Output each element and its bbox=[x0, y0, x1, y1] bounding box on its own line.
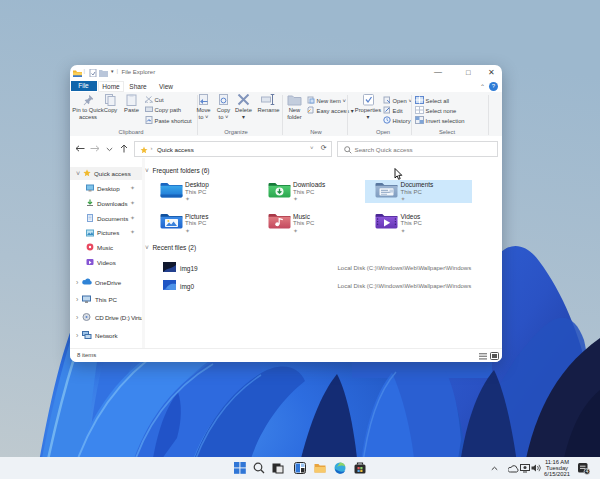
svg-text:4: 4 bbox=[586, 469, 589, 474]
